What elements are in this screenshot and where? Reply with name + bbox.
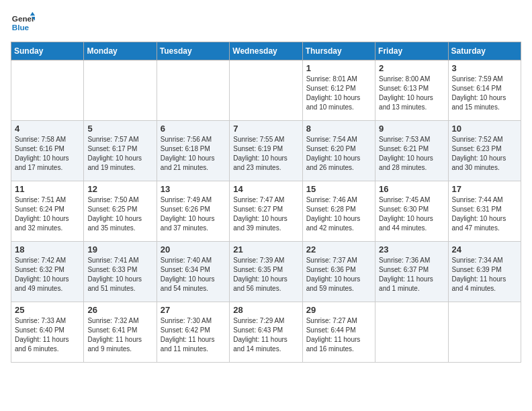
day-number: 25 [15, 305, 80, 315]
logo-icon: General Blue [11, 11, 35, 35]
day-info: Sunrise: 7:51 AM Sunset: 6:24 PM Dayligh… [15, 195, 80, 233]
day-info: Sunrise: 7:39 AM Sunset: 6:35 PM Dayligh… [233, 256, 298, 293]
calendar-cell: 1Sunrise: 8:01 AM Sunset: 6:12 PM Daylig… [302, 60, 375, 121]
day-info: Sunrise: 7:37 AM Sunset: 6:36 PM Dayligh… [306, 256, 371, 293]
day-info: Sunrise: 7:45 AM Sunset: 6:30 PM Dayligh… [379, 195, 444, 233]
calendar-cell: 10Sunrise: 7:52 AM Sunset: 6:23 PM Dayli… [448, 121, 521, 181]
day-info: Sunrise: 7:40 AM Sunset: 6:34 PM Dayligh… [161, 256, 226, 293]
weekday-header-tuesday: Tuesday [157, 42, 229, 60]
calendar-cell [157, 60, 229, 121]
calendar-cell: 3Sunrise: 7:59 AM Sunset: 6:14 PM Daylig… [448, 60, 521, 121]
calendar-cell: 20Sunrise: 7:40 AM Sunset: 6:34 PM Dayli… [157, 242, 229, 302]
calendar-cell: 7Sunrise: 7:55 AM Sunset: 6:19 PM Daylig… [230, 121, 302, 181]
calendar-cell: 22Sunrise: 7:37 AM Sunset: 6:36 PM Dayli… [302, 242, 375, 302]
calendar-cell: 19Sunrise: 7:41 AM Sunset: 6:33 PM Dayli… [84, 242, 157, 302]
calendar-cell [84, 60, 157, 121]
day-info: Sunrise: 7:53 AM Sunset: 6:21 PM Dayligh… [379, 135, 444, 173]
day-number: 7 [233, 124, 298, 134]
day-number: 19 [87, 244, 152, 255]
logo: General Blue [11, 11, 35, 35]
calendar-cell [230, 60, 302, 121]
day-number: 26 [87, 305, 152, 315]
day-number: 20 [161, 244, 226, 255]
day-info: Sunrise: 7:57 AM Sunset: 6:17 PM Dayligh… [87, 135, 152, 173]
day-number: 27 [161, 305, 226, 315]
day-number: 21 [233, 244, 298, 255]
calendar-cell: 9Sunrise: 7:53 AM Sunset: 6:21 PM Daylig… [375, 121, 448, 181]
calendar-cell: 26Sunrise: 7:32 AM Sunset: 6:41 PM Dayli… [84, 302, 157, 363]
day-info: Sunrise: 7:58 AM Sunset: 6:16 PM Dayligh… [15, 135, 80, 173]
day-info: Sunrise: 8:01 AM Sunset: 6:12 PM Dayligh… [306, 75, 371, 112]
day-info: Sunrise: 7:49 AM Sunset: 6:26 PM Dayligh… [161, 195, 226, 233]
day-info: Sunrise: 7:52 AM Sunset: 6:23 PM Dayligh… [452, 135, 517, 173]
day-info: Sunrise: 7:56 AM Sunset: 6:18 PM Dayligh… [161, 135, 226, 173]
weekday-header-row: SundayMondayTuesdayWednesdayThursdayFrid… [11, 42, 521, 60]
calendar-cell: 23Sunrise: 7:36 AM Sunset: 6:37 PM Dayli… [375, 242, 448, 302]
day-info: Sunrise: 7:29 AM Sunset: 6:43 PM Dayligh… [233, 316, 298, 354]
day-number: 10 [452, 124, 517, 134]
day-number: 4 [15, 124, 80, 134]
day-number: 28 [233, 305, 298, 315]
calendar-cell [11, 60, 84, 121]
day-info: Sunrise: 7:30 AM Sunset: 6:42 PM Dayligh… [161, 316, 226, 354]
day-number: 6 [161, 124, 226, 134]
weekday-header-saturday: Saturday [448, 42, 521, 60]
calendar-cell: 4Sunrise: 7:58 AM Sunset: 6:16 PM Daylig… [11, 121, 84, 181]
calendar-cell: 15Sunrise: 7:46 AM Sunset: 6:28 PM Dayli… [302, 181, 375, 242]
calendar-cell [375, 302, 448, 363]
day-number: 22 [306, 244, 371, 255]
weekday-header-thursday: Thursday [302, 42, 375, 60]
day-info: Sunrise: 7:50 AM Sunset: 6:25 PM Dayligh… [87, 195, 152, 233]
day-info: Sunrise: 7:42 AM Sunset: 6:32 PM Dayligh… [15, 256, 80, 293]
day-info: Sunrise: 7:34 AM Sunset: 6:39 PM Dayligh… [452, 256, 517, 293]
calendar-cell: 5Sunrise: 7:57 AM Sunset: 6:17 PM Daylig… [84, 121, 157, 181]
day-info: Sunrise: 7:32 AM Sunset: 6:41 PM Dayligh… [87, 316, 152, 354]
weekday-header-friday: Friday [375, 42, 448, 60]
day-info: Sunrise: 7:33 AM Sunset: 6:40 PM Dayligh… [15, 316, 80, 354]
day-number: 16 [379, 184, 444, 194]
day-number: 2 [379, 63, 444, 73]
day-info: Sunrise: 7:46 AM Sunset: 6:28 PM Dayligh… [306, 195, 371, 233]
weekday-header-sunday: Sunday [11, 42, 84, 60]
calendar-cell: 8Sunrise: 7:54 AM Sunset: 6:20 PM Daylig… [302, 121, 375, 181]
calendar-cell: 21Sunrise: 7:39 AM Sunset: 6:35 PM Dayli… [230, 242, 302, 302]
day-number: 17 [452, 184, 517, 194]
calendar-cell [448, 302, 521, 363]
svg-text:Blue: Blue [12, 23, 30, 32]
day-info: Sunrise: 7:59 AM Sunset: 6:14 PM Dayligh… [452, 75, 517, 112]
calendar-cell: 18Sunrise: 7:42 AM Sunset: 6:32 PM Dayli… [11, 242, 84, 302]
calendar-cell: 29Sunrise: 7:27 AM Sunset: 6:44 PM Dayli… [302, 302, 375, 363]
day-number: 15 [306, 184, 371, 194]
day-info: Sunrise: 7:36 AM Sunset: 6:37 PM Dayligh… [379, 256, 444, 293]
day-info: Sunrise: 7:54 AM Sunset: 6:20 PM Dayligh… [306, 135, 371, 173]
calendar-cell: 13Sunrise: 7:49 AM Sunset: 6:26 PM Dayli… [157, 181, 229, 242]
calendar-cell: 6Sunrise: 7:56 AM Sunset: 6:18 PM Daylig… [157, 121, 229, 181]
day-number: 8 [306, 124, 371, 134]
day-info: Sunrise: 7:41 AM Sunset: 6:33 PM Dayligh… [87, 256, 152, 293]
day-number: 9 [379, 124, 444, 134]
calendar-cell: 28Sunrise: 7:29 AM Sunset: 6:43 PM Dayli… [230, 302, 302, 363]
calendar-week-row: 1Sunrise: 8:01 AM Sunset: 6:12 PM Daylig… [11, 60, 521, 121]
calendar-week-row: 18Sunrise: 7:42 AM Sunset: 6:32 PM Dayli… [11, 242, 521, 302]
calendar-cell: 17Sunrise: 7:44 AM Sunset: 6:31 PM Dayli… [448, 181, 521, 242]
calendar-cell: 16Sunrise: 7:45 AM Sunset: 6:30 PM Dayli… [375, 181, 448, 242]
day-number: 5 [87, 124, 152, 134]
calendar-cell: 14Sunrise: 7:47 AM Sunset: 6:27 PM Dayli… [230, 181, 302, 242]
calendar-cell: 12Sunrise: 7:50 AM Sunset: 6:25 PM Dayli… [84, 181, 157, 242]
day-number: 29 [306, 305, 371, 315]
calendar-cell: 2Sunrise: 8:00 AM Sunset: 6:13 PM Daylig… [375, 60, 448, 121]
day-info: Sunrise: 8:00 AM Sunset: 6:13 PM Dayligh… [379, 75, 444, 112]
day-number: 3 [452, 63, 517, 73]
calendar-cell: 11Sunrise: 7:51 AM Sunset: 6:24 PM Dayli… [11, 181, 84, 242]
weekday-header-monday: Monday [84, 42, 157, 60]
day-number: 18 [15, 244, 80, 255]
calendar-cell: 24Sunrise: 7:34 AM Sunset: 6:39 PM Dayli… [448, 242, 521, 302]
day-info: Sunrise: 7:47 AM Sunset: 6:27 PM Dayligh… [233, 195, 298, 233]
calendar-table: SundayMondayTuesdayWednesdayThursdayFrid… [11, 42, 521, 363]
day-number: 1 [306, 63, 371, 73]
calendar-week-row: 4Sunrise: 7:58 AM Sunset: 6:16 PM Daylig… [11, 121, 521, 181]
day-info: Sunrise: 7:27 AM Sunset: 6:44 PM Dayligh… [306, 316, 371, 354]
weekday-header-wednesday: Wednesday [230, 42, 302, 60]
day-number: 12 [87, 184, 152, 194]
day-number: 13 [161, 184, 226, 194]
